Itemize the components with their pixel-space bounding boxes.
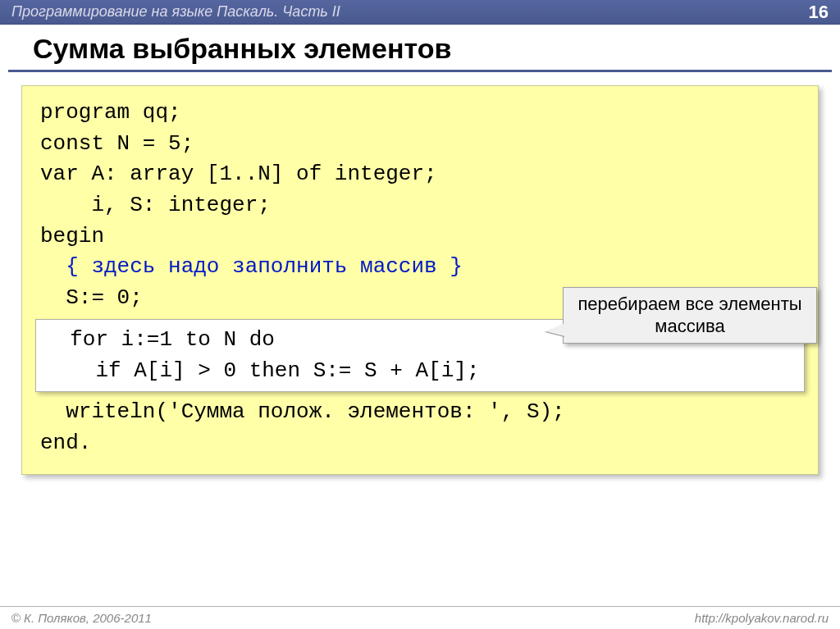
slide-footer: К. Поляков, 2006-2011 http://kpolyakov.n… [0,606,840,629]
header-title: Программирование на языке Паскаль. Часть… [11,3,340,21]
code-line: writeln('Сумма полож. элементов: ', S); [40,397,800,428]
code-line: var A: array [1..N] of integer; [40,159,800,190]
footer-url: http://kpolyakov.narod.ru [695,611,829,625]
slide-title: Сумма выбранных элементов [8,25,832,72]
page-number: 16 [809,2,829,23]
copyright: К. Поляков, 2006-2011 [11,611,152,625]
highlight-box: for i:=1 to N do if A[i] > 0 then S:= S … [35,319,805,392]
code-line: end. [40,428,800,459]
code-line: begin [40,221,800,253]
code-line: i, S: integer; [40,190,800,221]
code-block: program qq; const N = 5; var A: array [1… [21,85,819,475]
code-line: if A[i] > 0 then S:= S + A[i]; [44,356,796,387]
slide-header: Программирование на языке Паскаль. Часть… [0,0,840,25]
code-line: const N = 5; [40,129,800,160]
code-comment: { здесь надо заполнить массив } [40,252,800,283]
callout-annotation: перебираем все элементы массива [563,287,817,344]
code-line: program qq; [40,98,800,129]
